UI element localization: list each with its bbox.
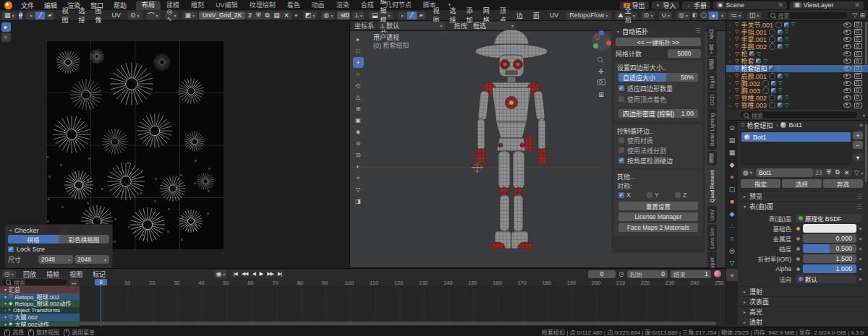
camera-view-icon[interactable]	[595, 79, 608, 91]
properties-search[interactable]: 搜索	[739, 111, 859, 119]
material-filter-funnel[interactable]: ▽▾	[854, 169, 863, 176]
pin-id-icon[interactable]: ⌖	[859, 121, 863, 129]
playhead[interactable]	[101, 279, 101, 327]
viewport-tool-12[interactable]: ≈	[353, 173, 364, 184]
sidebar-tab-Lens Sim[interactable]: Lens Sim	[707, 224, 717, 251]
mode-dropdown[interactable]: ⬓ 编辑模式▾	[369, 12, 393, 20]
keyframe-lane[interactable]	[80, 286, 726, 324]
alpha-slider[interactable]: 1.000	[803, 264, 856, 273]
vp-menu-UV[interactable]: UV	[545, 12, 564, 19]
disable-render-camera-icon[interactable]	[854, 66, 862, 72]
outliner-display-mode[interactable]: ≔▾	[728, 12, 743, 20]
material-slot-item[interactable]: Bot1	[741, 132, 851, 142]
material-users-count[interactable]: 23	[813, 168, 824, 177]
viewport-tool-0[interactable]: ▸	[353, 34, 364, 45]
hide-eye-icon[interactable]	[843, 59, 851, 64]
viewport-tool-14[interactable]: ◨	[353, 196, 364, 207]
hide-eye-icon[interactable]	[843, 51, 851, 56]
image-browse-dropdown[interactable]: ▣▾	[182, 12, 197, 20]
hide-eye-icon[interactable]	[843, 66, 851, 71]
retopoflow-menu[interactable]: RetopoFlow▾	[566, 12, 611, 20]
current-frame-badge[interactable]: 0	[95, 279, 107, 285]
scene-tab-icon[interactable]: ◆	[726, 158, 738, 171]
hide-eye-icon[interactable]	[843, 30, 851, 35]
properties-scrollbar[interactable]	[865, 124, 867, 182]
orientation-dropdown[interactable]: ⛰ 全局▾	[616, 12, 637, 20]
expand-arrow-icon[interactable]: ›	[729, 37, 735, 41]
viewport-tool-4[interactable]: ◇	[353, 80, 364, 91]
image-edit-dropdown[interactable]: ◍▾	[321, 12, 335, 20]
viewport-tool-7[interactable]: ▣	[353, 115, 364, 126]
expand-arrow-icon[interactable]: ›	[729, 44, 735, 48]
viewport-tool-2[interactable]: +	[353, 57, 364, 68]
channel-action[interactable]: ▾◆大腿.002动作	[0, 321, 80, 327]
hide-eye-icon[interactable]	[843, 74, 851, 79]
expand-arrow-icon[interactable]: ›	[729, 59, 735, 64]
uv-proportional-dropdown[interactable]: ◎ ∿▾	[165, 12, 179, 20]
proportional-edit-toggle[interactable]: ◎▾	[676, 12, 690, 20]
viewport-tool-5[interactable]: △	[353, 92, 364, 103]
hide-eye-icon[interactable]	[843, 44, 851, 49]
object-tab-icon[interactable]: ■	[726, 195, 738, 207]
disable-render-camera-icon[interactable]	[854, 59, 862, 64]
roughness-slider[interactable]: 0.500	[803, 244, 856, 253]
timeline-scrollbar[interactable]	[80, 322, 716, 325]
expand-arrow-icon[interactable]: ›	[729, 22, 735, 27]
viewport-tool-9[interactable]: ⊙	[353, 138, 364, 149]
workspace-tab[interactable]: 渲染	[331, 1, 355, 10]
disable-render-camera-icon[interactable]	[854, 87, 862, 93]
outliner-item[interactable]: ›▽脊椎.003▽	[726, 102, 868, 109]
image-users-count[interactable]: 2	[246, 12, 254, 20]
colorgrid-mode-button[interactable]: 彩色棋格图	[59, 235, 109, 244]
assign-button[interactable]: 指定	[741, 179, 780, 188]
gizmo-axis-y[interactable]	[593, 43, 598, 48]
world-tab-icon[interactable]: ●	[726, 171, 738, 183]
channel-expand-icon[interactable]: ▾	[4, 322, 7, 327]
next-key-button[interactable]: ▶▶	[265, 271, 276, 277]
physics-tab-icon[interactable]: ○	[726, 232, 738, 244]
expand-arrow-icon[interactable]: ›	[729, 66, 735, 71]
disable-render-camera-icon[interactable]	[854, 36, 862, 42]
zoom-icon[interactable]	[595, 56, 608, 68]
particles-tab-icon[interactable]: ∴	[726, 220, 738, 232]
normal-dropdown[interactable]: 默认	[796, 275, 856, 283]
viewlayer-tab-icon[interactable]: ▦	[726, 146, 738, 158]
xray-toggle[interactable]: ◧	[692, 12, 697, 20]
workspace-tab[interactable]: 动画	[306, 1, 331, 10]
shading-wireframe[interactable]: ◯	[699, 12, 709, 20]
uv-menu-UV[interactable]: UV	[106, 12, 126, 19]
facemaps-button[interactable]: Face Maps 2 Materials	[618, 223, 698, 232]
adapt-count-checkbox[interactable]: ✓	[618, 85, 624, 91]
workspace-tab[interactable]: 布局	[136, 1, 161, 10]
reset-settings-button[interactable]: 重置设置	[618, 202, 698, 210]
collection-tab-icon[interactable]: ▢	[726, 183, 738, 195]
expand-arrow-icon[interactable]: ›	[729, 103, 735, 108]
robot-model-render[interactable]	[434, 26, 593, 272]
count-field[interactable]: 5000	[668, 49, 701, 58]
uv-editor-type-icon[interactable]: ▦▾	[2, 12, 17, 20]
sidebar-tab-UniV[interactable]: UniV	[707, 206, 717, 223]
checker-mode-button[interactable]: 棋格	[8, 235, 59, 244]
workspace-tab[interactable]: 着色	[281, 1, 306, 10]
properties-options-dropdown[interactable]: ▾	[863, 113, 865, 118]
sidebar-tab-Quad Remesh[interactable]: Quad Remesh	[707, 166, 717, 205]
frame-start-field[interactable]: 起始0	[627, 270, 668, 278]
hide-eye-icon[interactable]	[843, 95, 851, 100]
new-image-button[interactable]: ⧉	[263, 12, 271, 20]
workspace-tab[interactable]: 建模	[161, 1, 185, 10]
gizmo-axis-x[interactable]	[606, 40, 611, 46]
disable-render-camera-icon[interactable]	[854, 29, 862, 35]
uv-cursor-tool[interactable]: ⊹	[1, 33, 11, 42]
prev-key-button[interactable]: ◀◀	[239, 271, 250, 277]
section-透射[interactable]: ▸透射	[738, 316, 866, 327]
viewport-tool-3[interactable]: ○	[353, 69, 364, 79]
channel-expand-icon[interactable]: ▾	[4, 314, 7, 319]
modifiers-tab-icon[interactable]: ◆	[726, 207, 738, 220]
sidebar-tab-OCD[interactable]: OCD	[707, 92, 717, 108]
workspace-tab[interactable]: 雕刻	[185, 1, 210, 10]
new-collection-icon[interactable]: ⊞	[859, 12, 865, 19]
add-slot-button[interactable]: +	[853, 132, 863, 139]
current-frame-field[interactable]: 0	[588, 270, 616, 278]
uv-pivot-dropdown[interactable]: ⊙▾	[128, 12, 142, 20]
blender-logo-icon[interactable]	[4, 1, 12, 9]
